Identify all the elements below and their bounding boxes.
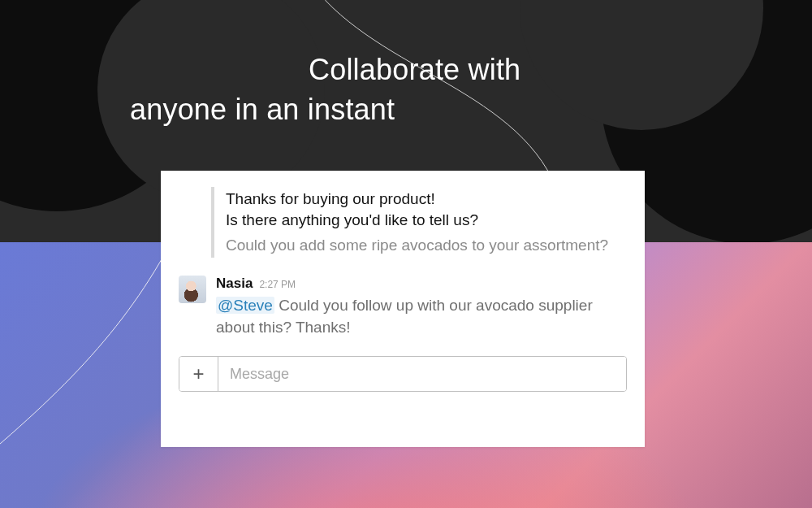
chat-message: Nasia 2:27 PM @Steve Could you follow up… bbox=[179, 276, 627, 338]
survey-prompt-line-2: Is there anything you'd like to tell us? bbox=[226, 210, 627, 231]
message-composer: + bbox=[179, 356, 627, 392]
plus-icon: + bbox=[192, 363, 204, 385]
hero-headline-line-1: Collaborate with bbox=[130, 50, 698, 90]
message-body: @Steve Could you follow up with our avoc… bbox=[216, 295, 627, 338]
survey-response: Could you add some ripe avocados to your… bbox=[226, 235, 627, 256]
attach-button[interactable]: + bbox=[179, 357, 218, 391]
survey-prompt-line-1: Thanks for buying our product! bbox=[226, 189, 627, 210]
avatar bbox=[179, 276, 206, 303]
message-timestamp: 2:27 PM bbox=[259, 279, 296, 290]
quoted-survey-block: Thanks for buying our product! Is there … bbox=[211, 187, 627, 258]
message-input[interactable] bbox=[218, 357, 626, 391]
hero-headline-line-2: anyone in an instant bbox=[130, 90, 698, 130]
mention[interactable]: @Steve bbox=[216, 297, 274, 314]
survey-prompt: Thanks for buying our product! Is there … bbox=[226, 189, 627, 230]
message-author: Nasia bbox=[216, 276, 253, 292]
hero-headline: Collaborate with anyone in an instant bbox=[130, 50, 698, 129]
chat-card: Thanks for buying our product! Is there … bbox=[161, 171, 645, 447]
